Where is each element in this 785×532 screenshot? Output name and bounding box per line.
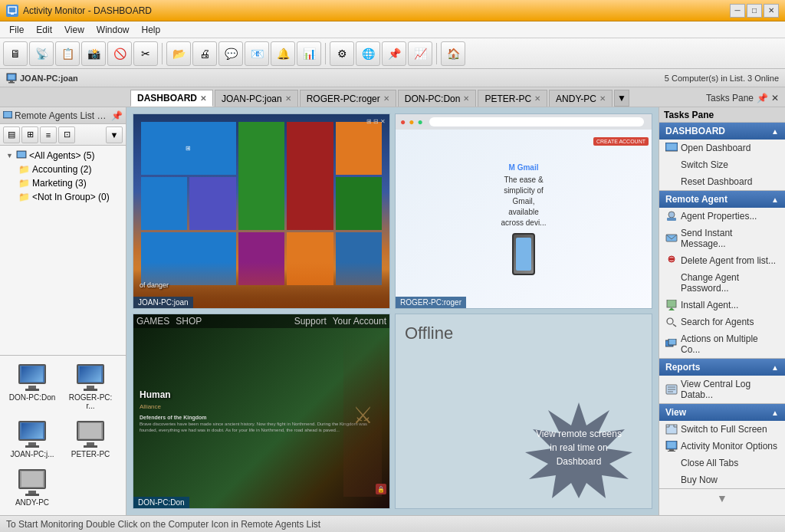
item-actions-multiple[interactable]: Actions on Multiple Co... — [659, 330, 785, 358]
menu-view[interactable]: View — [58, 23, 90, 37]
item-install-agent[interactable]: Install Agent... — [659, 297, 785, 314]
more-chevron-icon[interactable]: ▼ — [717, 492, 728, 504]
tasks-pane-close-icon[interactable]: ✕ — [771, 93, 779, 103]
computer-icon-don[interactable]: DON-PC:Don — [6, 362, 58, 412]
tree-detail-btn[interactable]: ≡ — [40, 126, 57, 143]
section-remote-agent-header[interactable]: Remote Agent ▲ — [659, 191, 785, 208]
tree-marketing[interactable]: 📁 Marketing (3) — [15, 176, 123, 190]
item-agent-properties[interactable]: Agent Properties... — [659, 208, 785, 225]
section-dashboard-collapse[interactable]: ▲ — [771, 127, 779, 136]
search-icon — [665, 317, 678, 327]
computer-icon-peter[interactable]: PETER-PC — [64, 419, 117, 461]
tree-not-in-group[interactable]: 📁 <Not In Group> (0) — [15, 190, 123, 204]
computer-icon-andy[interactable]: ANDY-PC — [6, 467, 58, 509]
item-reset-dashboard[interactable]: Reset Dashboard — [659, 173, 785, 190]
section-dashboard-header[interactable]: DASHBOARD ▲ — [659, 123, 785, 140]
toolbar-btn-5[interactable]: 🚫 — [107, 41, 132, 66]
maximize-button[interactable]: □ — [747, 4, 762, 18]
tab-peter-close[interactable]: ✕ — [534, 94, 540, 103]
dashboard-cell-joan[interactable]: ⊞ ⊞ ⊟ ✕ of dang — [133, 113, 390, 309]
menu-file[interactable]: File — [3, 23, 30, 37]
tab-joan[interactable]: JOAN-PC:joan ✕ — [215, 90, 298, 107]
minimize-button[interactable]: ─ — [730, 4, 745, 18]
remote-agents-pin[interactable]: 📌 — [111, 110, 123, 121]
dashboard-cell-roger[interactable]: ●●● M Gmail The ease &simplicity ofGmail… — [395, 113, 652, 309]
section-view-collapse[interactable]: ▲ — [771, 409, 779, 417]
close-button[interactable]: ✕ — [764, 4, 779, 18]
toolbar-btn-16[interactable]: 📈 — [408, 41, 432, 66]
monitor-don — [18, 364, 46, 384]
item-open-dashboard[interactable]: Open Dashboard — [659, 140, 785, 156]
tab-overflow-button[interactable]: ▼ — [614, 90, 629, 107]
toolbar-btn-6[interactable]: ✂ — [133, 41, 158, 66]
tab-dashboard-close[interactable]: ✕ — [200, 94, 206, 103]
toolbar-btn-2[interactable]: 📡 — [29, 41, 54, 66]
base-don — [25, 389, 39, 391]
tab-peter[interactable]: PETER-PC ✕ — [478, 90, 547, 107]
dashboard-cell-offline[interactable]: Offline View remote screens in real time… — [395, 314, 652, 509]
toolbar-btn-14[interactable]: 🌐 — [356, 41, 380, 66]
svg-point-13 — [668, 212, 675, 218]
section-remote-agent-collapse[interactable]: ▲ — [771, 195, 779, 204]
tab-joan-close[interactable]: ✕ — [285, 94, 291, 103]
toolbar-btn-4[interactable]: 📸 — [81, 41, 106, 66]
tree-icon-btn[interactable]: ⊡ — [58, 126, 75, 143]
toolbar-btn-9[interactable]: 💬 — [218, 41, 243, 66]
dashboard-cell-don[interactable]: GAMESSHOPSupportYour Account Human Allia… — [133, 314, 390, 509]
offline-text: Offline — [405, 323, 453, 343]
status-bar: To Start Monitoring Double Click on the … — [0, 515, 785, 532]
section-reports-header[interactable]: Reports ▲ — [659, 359, 785, 376]
computer-label-joan: JOAN-PC:j... — [10, 450, 54, 458]
tree-view-btn[interactable]: ▤ — [3, 126, 20, 143]
toolbar-sep-1 — [162, 43, 163, 64]
tree-filter-btn[interactable]: ▼ — [106, 126, 123, 143]
tab-don-close[interactable]: ✕ — [463, 94, 469, 103]
tab-dashboard[interactable]: DASHBOARD ✕ — [130, 90, 213, 107]
tasks-pane-pin-icon[interactable]: 📌 — [757, 93, 768, 103]
item-send-message[interactable]: Send Instant Message... — [659, 225, 785, 252]
menu-edit[interactable]: Edit — [30, 23, 58, 37]
accounting-label: Accounting (2) — [32, 164, 91, 175]
title-bar: Activity Monitor - DASHBOARD ─ □ ✕ — [0, 0, 785, 21]
section-reports: Reports ▲ View Central Log Datab... — [659, 359, 785, 404]
tab-andy[interactable]: ANDY-PC ✕ — [549, 90, 613, 107]
toolbar-btn-12[interactable]: 📊 — [297, 41, 321, 66]
item-search-agents[interactable]: Search for Agents — [659, 314, 785, 330]
expand-all-agents[interactable]: ▼ — [6, 152, 14, 159]
tab-don[interactable]: DON-PC:Don ✕ — [398, 90, 477, 107]
tree-accounting[interactable]: 📁 Accounting (2) — [15, 163, 123, 176]
item-switch-size[interactable]: Switch Size — [659, 156, 785, 173]
toolbar-btn-10[interactable]: 📧 — [245, 41, 269, 66]
toolbar-btn-13[interactable]: ⚙ — [330, 41, 354, 66]
item-monitor-options[interactable]: Activity Monitor Options — [659, 438, 785, 455]
item-change-password[interactable]: Change Agent Password... — [659, 269, 785, 297]
item-delete-agent[interactable]: Delete Agent from list... — [659, 252, 785, 269]
svg-rect-30 — [668, 442, 676, 448]
toolbar-btn-1[interactable]: 🖥 — [3, 41, 28, 66]
toolbar-btn-3[interactable]: 📋 — [55, 41, 80, 66]
toolbar-btn-8[interactable]: 🖨 — [192, 41, 217, 66]
tree-grid-btn[interactable]: ⊞ — [21, 126, 38, 143]
toolbar-btn-7[interactable]: 📂 — [166, 41, 191, 66]
toolbar-btn-17[interactable]: 🏠 — [441, 41, 465, 66]
menu-window[interactable]: Window — [90, 23, 136, 37]
computer-img-andy — [17, 469, 48, 496]
toolbar-btn-15[interactable]: 📌 — [382, 41, 406, 66]
computer-icon-joan[interactable]: JOAN-PC:j... — [6, 419, 58, 461]
section-view-header[interactable]: View ▲ — [659, 404, 785, 421]
tab-roger-close[interactable]: ✕ — [383, 94, 389, 103]
item-buy-now[interactable]: Buy Now — [659, 471, 785, 488]
item-view-log[interactable]: View Central Log Datab... — [659, 376, 785, 403]
computer-icon-roger[interactable]: ROGER-PC:r... — [64, 362, 117, 412]
agent-properties-label: Agent Properties... — [681, 211, 757, 222]
menu-help[interactable]: Help — [136, 23, 167, 37]
monitor-peter — [77, 421, 104, 441]
item-close-all-tabs[interactable]: Close All Tabs — [659, 455, 785, 471]
section-reports-collapse[interactable]: ▲ — [771, 363, 779, 372]
item-full-screen[interactable]: Switch to Full Screen — [659, 421, 785, 438]
tab-roger[interactable]: ROGER-PC:roger ✕ — [300, 90, 396, 107]
svg-rect-28 — [666, 425, 677, 434]
toolbar-btn-11[interactable]: 🔔 — [271, 41, 295, 66]
tree-all-agents[interactable]: ▼ <All Agents> (5) — [3, 149, 123, 163]
tab-andy-close[interactable]: ✕ — [599, 94, 606, 103]
